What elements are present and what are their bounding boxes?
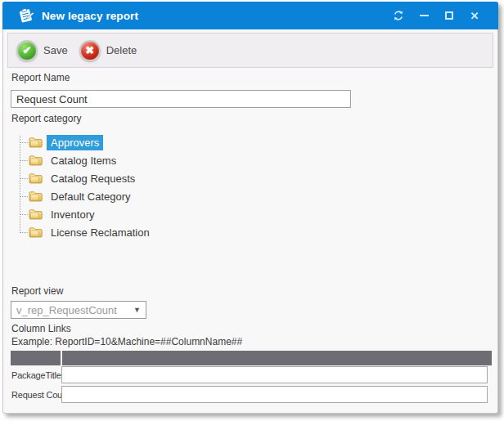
tree-item-label: Catalog Requests bbox=[47, 171, 139, 186]
grid-header-cell-right bbox=[62, 351, 492, 365]
report-name-label: Report Name bbox=[11, 72, 70, 83]
tree-item-license-reclamation[interactable]: License Reclamation bbox=[11, 223, 281, 241]
report-view-value: v_rep_RequestCount bbox=[16, 304, 130, 316]
column-link-row-label: Request Count bbox=[11, 390, 61, 400]
screen: New legacy report ✕ ✔ Save bbox=[0, 0, 504, 430]
toolbar: ✔ Save ✖ Delete bbox=[7, 33, 493, 68]
tree-item-label: Catalog Items bbox=[47, 153, 120, 168]
report-view-dropdown[interactable]: v_rep_RequestCount ▼ bbox=[11, 301, 146, 319]
save-button[interactable]: ✔ Save bbox=[16, 40, 68, 61]
tree-item-catalog-items[interactable]: Catalog Items bbox=[11, 151, 281, 169]
tree-item-label: Default Category bbox=[47, 189, 135, 204]
tree-item-default-category[interactable]: Default Category bbox=[11, 187, 281, 205]
titlebar: New legacy report ✕ bbox=[2, 2, 498, 29]
report-category-label: Report category bbox=[11, 113, 81, 124]
column-link-row-request-count: Request Count bbox=[11, 386, 488, 403]
column-link-row-packagetitle: PackageTitle bbox=[11, 366, 488, 383]
grid-header-cell-left bbox=[11, 351, 61, 365]
column-link-row-label: PackageTitle bbox=[11, 370, 61, 380]
folder-icon bbox=[29, 137, 43, 148]
report-name-input[interactable] bbox=[11, 90, 351, 108]
window-title: New legacy report bbox=[42, 10, 393, 22]
column-links-grid-header bbox=[11, 351, 492, 365]
column-links-example: Example: ReportID=10&Machine=##ColumnNam… bbox=[11, 336, 242, 347]
report-category-tree: Approvers Catalog Items Catalog Requests… bbox=[11, 133, 281, 241]
delete-button[interactable]: ✖ Delete bbox=[79, 40, 137, 61]
tree-item-inventory[interactable]: Inventory bbox=[11, 205, 281, 223]
dialog-new-legacy-report: New legacy report ✕ ✔ Save bbox=[2, 2, 498, 414]
folder-icon bbox=[29, 190, 43, 202]
save-check-icon: ✔ bbox=[16, 40, 38, 61]
report-view-label: Report view bbox=[11, 285, 63, 297]
minimize-icon[interactable] bbox=[418, 10, 430, 21]
folder-icon bbox=[29, 155, 43, 166]
folder-icon bbox=[29, 208, 43, 220]
close-icon[interactable]: ✕ bbox=[469, 10, 480, 21]
save-label: Save bbox=[43, 44, 68, 56]
folder-icon bbox=[29, 172, 43, 184]
delete-x-icon: ✖ bbox=[79, 40, 101, 61]
report-clipboard-icon bbox=[16, 7, 34, 24]
column-links-label: Column Links bbox=[11, 323, 71, 334]
tree-item-label: Approvers bbox=[47, 135, 103, 150]
refresh-icon[interactable] bbox=[393, 10, 404, 21]
chevron-down-icon: ▼ bbox=[133, 306, 141, 314]
tree-item-approvers[interactable]: Approvers bbox=[11, 133, 281, 151]
tree-item-catalog-requests[interactable]: Catalog Requests bbox=[11, 169, 281, 187]
packagetitle-input[interactable] bbox=[61, 366, 488, 383]
folder-icon bbox=[29, 226, 43, 238]
tree-item-label: License Reclamation bbox=[47, 225, 154, 240]
maximize-icon[interactable] bbox=[443, 10, 455, 21]
window-controls: ✕ bbox=[393, 10, 480, 21]
tree-item-label: Inventory bbox=[47, 207, 98, 222]
request-count-input[interactable] bbox=[61, 386, 488, 403]
delete-label: Delete bbox=[106, 44, 137, 56]
